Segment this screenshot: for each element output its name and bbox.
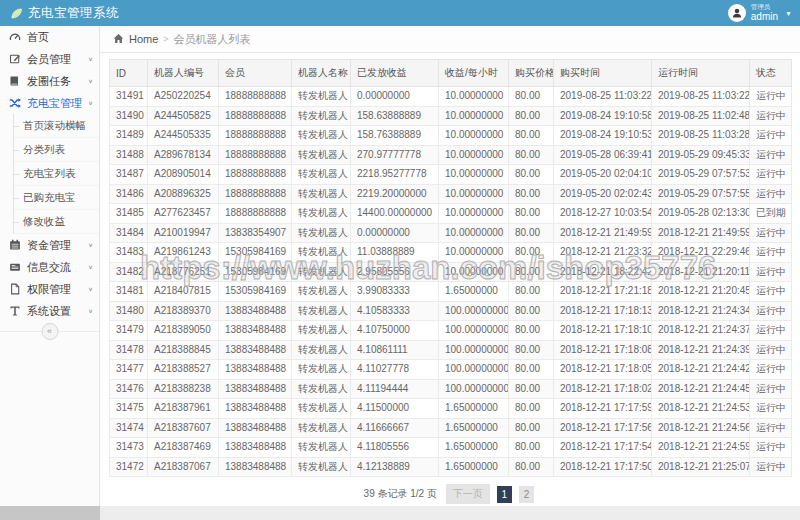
table-cell: 80.00 <box>509 204 554 224</box>
next-page-button[interactable]: 下一页 <box>446 484 490 504</box>
table-row[interactable]: 31489A24450533518888888888转发机器人158.76388… <box>110 126 792 146</box>
pagination: 39 条记录 1/2 页 下一页 1 2 <box>109 484 791 504</box>
status-cell: 运行中 <box>750 262 792 282</box>
table-cell: 13883488488 <box>219 379 292 399</box>
status-cell: 运行中 <box>750 106 792 126</box>
table-cell: 2018-12-21 17:18:02 <box>554 379 652 399</box>
table-cell: 80.00 <box>509 223 554 243</box>
table-row[interactable]: 31488A28967813418888888888转发机器人270.97777… <box>110 145 792 165</box>
table-row[interactable]: 31475A21838796113883488488转发机器人4.1150000… <box>110 399 792 419</box>
table-cell: 2.95805556 <box>351 262 439 282</box>
table-cell: 2218.95277778 <box>351 165 439 185</box>
column-header: 会员 <box>219 60 292 87</box>
table-row[interactable]: 31478A21838884513883488488转发机器人4.1086111… <box>110 340 792 360</box>
page-button-1[interactable]: 1 <box>497 486 513 503</box>
sidebar-item-home[interactable]: 首页 <box>0 26 99 48</box>
table-cell: 31485 <box>110 204 148 224</box>
table-cell: 2018-12-21 18:22:42 <box>554 262 652 282</box>
table-cell: 转发机器人 <box>292 126 351 146</box>
table-cell: 2018-12-21 21:24:59 <box>652 438 750 458</box>
table-cell: 0.00000000 <box>351 87 439 107</box>
table-cell: 80.00 <box>509 262 554 282</box>
table-cell: A219861243 <box>148 243 219 263</box>
table-row[interactable]: 31484A21001994713838354907转发机器人0.0000000… <box>110 223 792 243</box>
table-cell: 2018-12-21 21:24:34 <box>652 301 750 321</box>
table-row[interactable]: 31480A21838937013883488488转发机器人4.1058333… <box>110 301 792 321</box>
table-row[interactable]: 31485A27762345718888888888转发机器人14400.000… <box>110 204 792 224</box>
table-row[interactable]: 31477A21838852713883488488转发机器人4.1102777… <box>110 360 792 380</box>
table-cell: 100.00000000 <box>439 379 509 399</box>
table-cell: 3.99083333 <box>351 282 439 302</box>
table-cell: 31491 <box>110 87 148 107</box>
table-cell: 13883488488 <box>219 321 292 341</box>
table-row[interactable]: 31473A21838746913883488488转发机器人4.1180555… <box>110 438 792 458</box>
message-icon <box>9 261 22 273</box>
table-row[interactable]: 31481A21840781515305984169转发机器人3.9908333… <box>110 282 792 302</box>
chevron-down-icon: ∨ <box>88 286 93 292</box>
table-cell: 2018-12-21 17:17:50 <box>554 457 652 477</box>
table-cell: 2019-08-25 11:03:22 <box>554 87 652 107</box>
table-cell: 18888888888 <box>219 165 292 185</box>
table-cell: A218387469 <box>148 438 219 458</box>
table-cell: 转发机器人 <box>292 184 351 204</box>
user-menu[interactable]: 管理员 admin ▼ <box>728 4 792 22</box>
table-cell: 2018-12-21 21:49:59 <box>652 223 750 243</box>
table-cell: 2018-12-21 21:24:39 <box>652 340 750 360</box>
sidebar-subitem-label: 修改收益 <box>23 215 65 229</box>
sidebar-item-settings[interactable]: 系统设置 ∨ <box>0 300 99 322</box>
table-header-row: ID机器人编号会员机器人名称已发放收益收益/每小时购买价格购买时间运行时间状态 <box>110 60 792 87</box>
table-cell: 转发机器人 <box>292 360 351 380</box>
table-row[interactable]: 31490A24450582518888888888转发机器人158.63888… <box>110 106 792 126</box>
table-row[interactable]: 31476A21838823813883488488转发机器人4.1119444… <box>110 379 792 399</box>
table-row[interactable]: 31479A21838905013883488488转发机器人4.1075000… <box>110 321 792 341</box>
table-cell: 10.00000000 <box>439 165 509 185</box>
breadcrumb-current: 会员机器人列表 <box>174 32 251 47</box>
table-cell: 10.00000000 <box>439 223 509 243</box>
table-cell: 1.65000000 <box>439 418 509 438</box>
table-row[interactable]: 31472A21838706713883488488转发机器人4.1213888… <box>110 457 792 477</box>
sidebar-subitem-powerbank-list[interactable]: 充电宝列表 <box>14 162 99 186</box>
table-cell: 13883488488 <box>219 418 292 438</box>
page-button-2[interactable]: 2 <box>519 486 535 503</box>
table-cell: 13883488488 <box>219 399 292 419</box>
table-row[interactable]: 31487A20890501418888888888转发机器人2218.9527… <box>110 165 792 185</box>
sidebar-item-members[interactable]: 会员管理 ∨ <box>0 48 99 70</box>
sidebar-footer <box>0 506 100 520</box>
app-title: 充电宝管理系统 <box>28 5 119 22</box>
sidebar-item-powerbank[interactable]: 充电宝管理 ∨ <box>0 92 99 114</box>
sidebar-item-funds[interactable]: 资金管理 ∨ <box>0 234 99 256</box>
table-cell: 31484 <box>110 223 148 243</box>
sidebar-item-messages[interactable]: 信息交流 ∨ <box>0 256 99 278</box>
sidebar-item-permissions[interactable]: 权限管理 ∨ <box>0 278 99 300</box>
sidebar-collapse-bar: « <box>0 331 99 349</box>
sidebar-subitem-banner[interactable]: 首页滚动横幅 <box>14 114 99 138</box>
table-cell: 转发机器人 <box>292 399 351 419</box>
user-role: 管理员 <box>751 4 778 11</box>
table-row[interactable]: 31486A20889632518888888888转发机器人2219.2000… <box>110 184 792 204</box>
sidebar-subitem-purchased[interactable]: 已购充电宝 <box>14 186 99 210</box>
table-row[interactable]: 31491A25022025418888888888转发机器人0.0000000… <box>110 87 792 107</box>
table-cell: 转发机器人 <box>292 340 351 360</box>
status-cell: 运行中 <box>750 145 792 165</box>
sidebar-item-tasks[interactable]: 发圈任务 ∨ <box>0 70 99 92</box>
table-cell: 158.76388889 <box>351 126 439 146</box>
sidebar-subitem-modify-earnings[interactable]: 修改收益 <box>14 210 99 234</box>
powerbank-submenu: 首页滚动横幅 分类列表 充电宝列表 已购充电宝 修改收益 <box>13 114 99 234</box>
table-row[interactable]: 31474A21838760713883488488转发机器人4.1166666… <box>110 418 792 438</box>
table-cell: 100.00000000 <box>439 321 509 341</box>
table-cell: 转发机器人 <box>292 301 351 321</box>
table-cell: 31489 <box>110 126 148 146</box>
table-row[interactable]: 31483A21986124315305984169转发机器人11.038888… <box>110 243 792 263</box>
table-cell: A277623457 <box>148 204 219 224</box>
table-cell: A218388238 <box>148 379 219 399</box>
breadcrumb-home[interactable]: Home <box>129 33 158 45</box>
table-cell: 13838354907 <box>219 223 292 243</box>
sidebar-subitem-category-list[interactable]: 分类列表 <box>14 138 99 162</box>
status-cell: 运行中 <box>750 379 792 399</box>
collapse-sidebar-button[interactable]: « <box>41 323 58 340</box>
table-row[interactable]: 31482A21877625115305984169转发机器人2.9580555… <box>110 262 792 282</box>
table-cell: 31473 <box>110 438 148 458</box>
table-cell: 10.00000000 <box>439 204 509 224</box>
status-cell: 运行中 <box>750 418 792 438</box>
chevron-down-icon: ∨ <box>88 56 93 62</box>
